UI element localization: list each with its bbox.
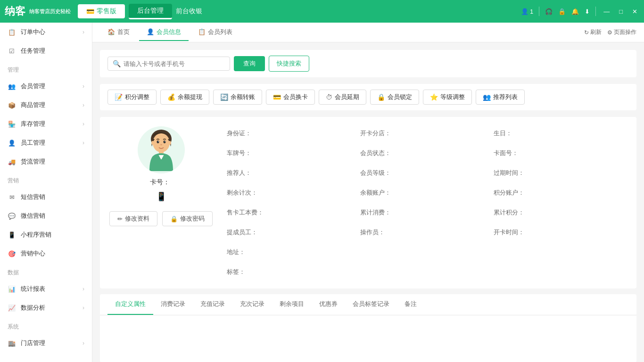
sidebar-item-tasks[interactable]: ☑ 任务管理 [0,41,92,60]
sidebar-item-sms[interactable]: ✉ 短信营销 [0,188,92,206]
sub-tab-tag-records[interactable]: 会员标签记录 [345,294,397,315]
orders-icon: 📋 [8,28,16,36]
edit-info-button[interactable]: ✏ 修改资料 [109,211,157,226]
info-member-level: 会员等级： [360,166,494,180]
level-adjust-button[interactable]: ⭐ 等级调整 [423,90,472,105]
info-points-account: 积分账户： [494,186,627,200]
info-open-store: 开卡分店： [360,126,494,140]
inner-content: 🔍 查询 快捷搜索 📝 积分调整 💰 余额提现 🔄 余额转账 [92,42,644,362]
member-avatar-section: 卡号： 📱 ✏ 修改资料 🔒 修改密码 [109,126,213,279]
headset-icon[interactable]: 🎧 [545,8,553,15]
refresh-action[interactable]: ↻ 刷新 [584,28,602,36]
info-balance-account: 余额账户： [360,186,494,200]
member-lock-button[interactable]: 🔒 会员锁定 [370,90,419,105]
sidebar-item-reports[interactable]: 📊 统计报表 › [0,280,92,298]
sidebar: 📋 订单中心 › ☑ 任务管理 管理 👥 会员管理 › 📦 商品管理 [0,23,92,362]
referral-list-button[interactable]: 👥 推荐列表 [476,90,525,105]
section-title-marketing: 营销 [0,171,92,188]
inventory-icon: 🏪 [8,120,16,128]
sidebar-item-staff[interactable]: 👤 员工管理 › [0,133,92,152]
svg-point-7 [151,141,154,145]
topbar: 纳客 纳客管店历史轻松 💳 零售版 后台管理 前台收银 👤 1 🎧 🔒 🔔 ⬇ … [0,0,644,23]
svg-point-6 [160,144,162,146]
sidebar-item-miniapp[interactable]: 📱 小程序营销 [0,225,92,244]
sub-tab-recharge-times[interactable]: 充次记录 [232,294,272,315]
referral-icon: 👥 [483,93,491,101]
svg-point-4 [158,141,159,142]
points-adjust-button[interactable]: 📝 积分调整 [107,90,157,105]
svg-point-5 [165,141,165,142]
quick-search-button[interactable]: 快捷搜索 [269,56,309,72]
search-input[interactable] [124,60,225,67]
card-number-row: 卡号： [150,178,172,187]
download-icon[interactable]: ⬇ [585,8,590,15]
edit-password-button[interactable]: 🔒 修改密码 [162,211,213,226]
list-icon: 📋 [198,28,206,35]
sidebar-item-stores[interactable]: 🏬 门店管理 › [0,334,92,353]
sms-icon: ✉ [8,193,16,201]
sub-tab-recharge-records[interactable]: 充值记录 [193,294,232,315]
sub-tab-consume-records[interactable]: 消费记录 [153,294,193,315]
member-card: 卡号： 📱 ✏ 修改资料 🔒 修改密码 [100,117,636,288]
level-icon: ⭐ [430,93,438,101]
info-grid: 身份证： 开卡分店： 生日： 车牌号： [227,126,627,279]
close-button[interactable]: ✕ [630,8,639,15]
user-icon[interactable]: 👤 1 [521,8,533,15]
info-card-face: 卡面号： [494,146,627,160]
sidebar-item-wechat[interactable]: 💬 微信营销 [0,206,92,225]
sub-tab-bar: 自定义属性 消费记录 充值记录 充次记录 剩余项目 优惠券 会员标签记录 备注 [100,294,636,315]
sidebar-item-inventory[interactable]: 🏪 库存管理 › [0,115,92,133]
tasks-icon: ☑ [8,47,16,55]
sidebar-item-members[interactable]: 👥 会员管理 › [0,77,92,96]
maximize-button[interactable]: □ [617,8,625,15]
info-total-points: 累计积分： [494,206,627,220]
info-referrer: 推荐人： [227,166,360,180]
nav-backend-button[interactable]: 后台管理 [129,4,172,19]
divider2 [595,7,596,16]
members-icon: 👥 [8,82,16,90]
search-icon: 🔍 [113,60,121,67]
tab-home[interactable]: 🏠 首页 [100,24,137,41]
lock-icon[interactable]: 🔒 [558,8,566,15]
sidebar-item-analytics[interactable]: 📈 数据分析 › [0,298,92,317]
marketing-center-icon: 🎯 [8,249,16,258]
sidebar-item-products[interactable]: 📦 商品管理 › [0,96,92,115]
wechat-icon: 💬 [8,212,16,220]
nav-retail-button[interactable]: 💳 零售版 [78,4,125,18]
info-tags: 标签： [227,265,627,279]
sub-tab-remaining[interactable]: 剩余项目 [272,294,312,315]
tab-member-info[interactable]: 👤 会员信息 [139,24,189,41]
sub-tab-remarks[interactable]: 备注 [397,294,424,315]
sub-tab-coupons[interactable]: 优惠券 [312,294,345,315]
sub-tabs: 自定义属性 消费记录 充值记录 充次记录 剩余项目 优惠券 会员标签记录 备注 [100,294,636,362]
info-member-status: 会员状态： [360,146,494,160]
lock-icon: 🔒 [170,215,178,222]
minimize-button[interactable]: — [602,8,611,15]
nav-frontend-button[interactable]: 前台收银 [176,7,202,16]
query-button[interactable]: 查询 [234,56,265,71]
section-title-system: 系统 [0,317,92,334]
sub-tab-custom-attr[interactable]: 自定义属性 [107,294,153,315]
bell-icon[interactable]: 🔔 [571,8,579,15]
page-op-icon: ⚙ [607,29,612,36]
section-title-data: 数据 [0,263,92,280]
sidebar-item-marketing-center[interactable]: 🎯 营销中心 [0,244,92,263]
member-extend-button[interactable]: ⏱ 会员延期 [319,90,366,105]
logistics-icon: 🚚 [8,157,16,166]
balance-transfer-button[interactable]: 🔄 余额转账 [213,90,262,105]
refresh-icon: ↻ [584,29,589,36]
sidebar-item-logistics[interactable]: 🚚 货流管理 [0,152,92,171]
search-input-wrap[interactable]: 🔍 [107,57,230,71]
svg-point-8 [168,141,171,145]
lock-icon: 🔒 [377,93,385,101]
balance-withdraw-button[interactable]: 💰 余额提现 [160,90,209,105]
stores-icon: 🏬 [8,339,16,347]
sidebar-item-orders[interactable]: 📋 订单中心 › [0,23,92,41]
info-remaining-times: 剩余计次： [227,186,360,200]
arrow-icon: › [83,83,84,90]
card-replace-button[interactable]: 💳 会员换卡 [266,90,315,105]
info-card-cost: 售卡工本费： [227,206,360,220]
page-op-action[interactable]: ⚙ 页面操作 [607,28,636,36]
tab-member-list[interactable]: 📋 会员列表 [190,24,240,41]
action-buttons: 📝 积分调整 💰 余额提现 🔄 余额转账 💳 会员换卡 ⏱ 会员延期 [100,84,636,110]
